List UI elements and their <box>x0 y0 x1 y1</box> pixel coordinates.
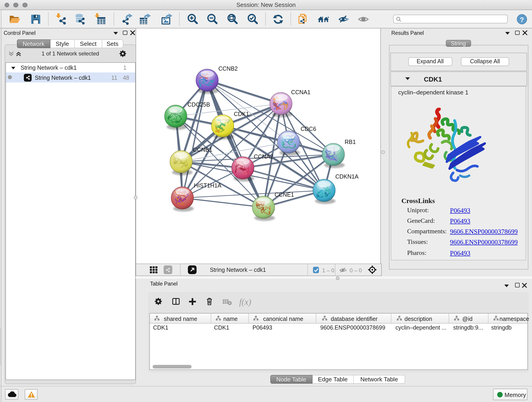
svg-text:CDC25B: CDC25B <box>187 101 210 108</box>
svg-text:CCNA2: CCNA2 <box>254 153 273 160</box>
svg-text:CCNE1: CCNE1 <box>274 191 294 198</box>
svg-text:CDC6: CDC6 <box>300 125 316 132</box>
svg-text:CDK1: CDK1 <box>234 110 249 117</box>
svg-text:CDKN1A: CDKN1A <box>335 173 358 179</box>
svg-text:RB1: RB1 <box>344 138 355 145</box>
svg-text:CCNB1: CCNB1 <box>193 146 212 153</box>
svg-text:CCNB2: CCNB2 <box>218 65 238 71</box>
svg-text:CCNA1: CCNA1 <box>291 89 310 95</box>
svg-text:HIST1H1A: HIST1H1A <box>194 182 221 188</box>
